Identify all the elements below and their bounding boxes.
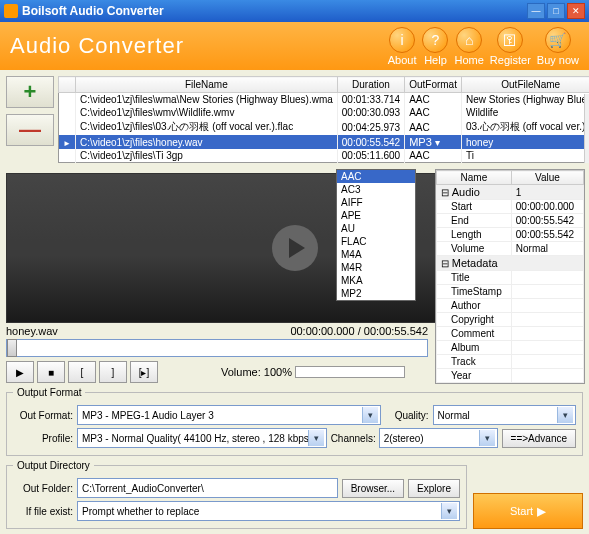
mark-in-button[interactable]: [ bbox=[68, 361, 96, 383]
advance-button[interactable]: ==>Advance bbox=[502, 429, 576, 448]
out-format-select[interactable]: MP3 - MPEG-1 Audio Layer 3 bbox=[77, 405, 381, 425]
browse-button[interactable]: Browser... bbox=[342, 479, 404, 498]
buynow-button[interactable]: 🛒Buy now bbox=[537, 27, 579, 66]
window-title: Boilsoft Audio Converter bbox=[22, 4, 525, 18]
format-option[interactable]: AU bbox=[337, 222, 415, 235]
table-row[interactable]: C:\video1\zj\files\wmv\Wildlife.wmv00:00… bbox=[59, 106, 590, 119]
file-table-wrap: FileName Duration OutFormat OutFileName … bbox=[58, 76, 589, 163]
close-button[interactable]: ✕ bbox=[567, 3, 585, 19]
format-option[interactable]: FLAC bbox=[337, 235, 415, 248]
format-option[interactable]: M4A bbox=[337, 248, 415, 261]
app-title: Audio Converter bbox=[10, 33, 382, 59]
file-exist-select[interactable]: Prompt whether to replace bbox=[77, 501, 460, 521]
table-row[interactable]: C:\video1\zj\files\Ti 3gp00:05:11.600AAC… bbox=[59, 149, 590, 163]
app-icon bbox=[4, 4, 18, 18]
home-icon: ⌂ bbox=[456, 27, 482, 53]
range-button[interactable]: [▸] bbox=[130, 361, 158, 383]
register-button[interactable]: ⚿Register bbox=[490, 27, 531, 66]
file-table[interactable]: FileName Duration OutFormat OutFileName … bbox=[58, 76, 589, 163]
profile-select[interactable]: MP3 - Normal Quality( 44100 Hz, stereo ,… bbox=[77, 428, 327, 448]
properties-panel: NameValue ⊟ Audio1 Start00:00:00.000 End… bbox=[435, 169, 585, 384]
col-outfilename[interactable]: OutFileName bbox=[461, 77, 589, 93]
out-folder-input[interactable] bbox=[77, 478, 338, 498]
minimize-button[interactable]: — bbox=[527, 3, 545, 19]
play-overlay-icon bbox=[272, 225, 318, 271]
format-option[interactable]: AIFF bbox=[337, 196, 415, 209]
volume-label: Volume: 100% bbox=[221, 366, 292, 378]
seek-thumb[interactable] bbox=[7, 339, 17, 357]
remove-file-button[interactable]: — bbox=[6, 114, 54, 146]
col-outformat[interactable]: OutFormat bbox=[405, 77, 462, 93]
mark-out-button[interactable]: ] bbox=[99, 361, 127, 383]
home-button[interactable]: ⌂Home bbox=[454, 27, 483, 66]
quality-select[interactable]: Normal bbox=[433, 405, 576, 425]
about-button[interactable]: iAbout bbox=[388, 27, 417, 66]
format-option[interactable]: MP2 bbox=[337, 287, 415, 300]
time-display: 00:00:00.000 / 00:00:55.542 bbox=[290, 325, 428, 337]
stop-button[interactable]: ■ bbox=[37, 361, 65, 383]
col-filename[interactable]: FileName bbox=[75, 77, 337, 93]
col-duration[interactable]: Duration bbox=[337, 77, 404, 93]
table-row[interactable]: C:\video1\zj\files\03.心の羽根 (off vocal ve… bbox=[59, 119, 590, 135]
info-icon: i bbox=[389, 27, 415, 53]
scrollbar[interactable] bbox=[584, 94, 589, 163]
format-option[interactable]: MKA bbox=[337, 274, 415, 287]
help-icon: ? bbox=[422, 27, 448, 53]
channels-select[interactable]: 2(stereo) bbox=[379, 428, 498, 448]
titlebar: Boilsoft Audio Converter — □ ✕ bbox=[0, 0, 589, 22]
output-format-group: Output Format Out Format: MP3 - MPEG-1 A… bbox=[6, 387, 583, 456]
table-row[interactable]: C:\video1\zj\files\honey.wav00:00:55.542… bbox=[59, 135, 590, 149]
maximize-button[interactable]: □ bbox=[547, 3, 565, 19]
current-file: honey.wav bbox=[6, 325, 58, 337]
header: Audio Converter iAbout ?Help ⌂Home ⚿Regi… bbox=[0, 22, 589, 70]
format-dropdown[interactable]: AAC AC3 AIFF APE AU FLAC M4A M4R MKA MP2 bbox=[336, 169, 416, 301]
play-button[interactable]: ▶ bbox=[6, 361, 34, 383]
output-directory-group: Output Directory Out Folder: Browser... … bbox=[6, 460, 467, 529]
seek-bar[interactable] bbox=[6, 339, 428, 357]
explore-button[interactable]: Explore bbox=[408, 479, 460, 498]
format-option[interactable]: AC3 bbox=[337, 183, 415, 196]
cart-icon: 🛒 bbox=[545, 27, 571, 53]
format-option[interactable]: APE bbox=[337, 209, 415, 222]
format-option[interactable]: AAC bbox=[337, 170, 415, 183]
table-row[interactable]: C:\video1\zj\files\wma\New Stories (High… bbox=[59, 93, 590, 107]
add-file-button[interactable]: + bbox=[6, 76, 54, 108]
help-button[interactable]: ?Help bbox=[422, 27, 448, 66]
start-button[interactable]: Start ▸ bbox=[473, 493, 583, 529]
format-option[interactable]: M4R bbox=[337, 261, 415, 274]
volume-slider[interactable] bbox=[295, 366, 405, 378]
key-icon: ⚿ bbox=[497, 27, 523, 53]
